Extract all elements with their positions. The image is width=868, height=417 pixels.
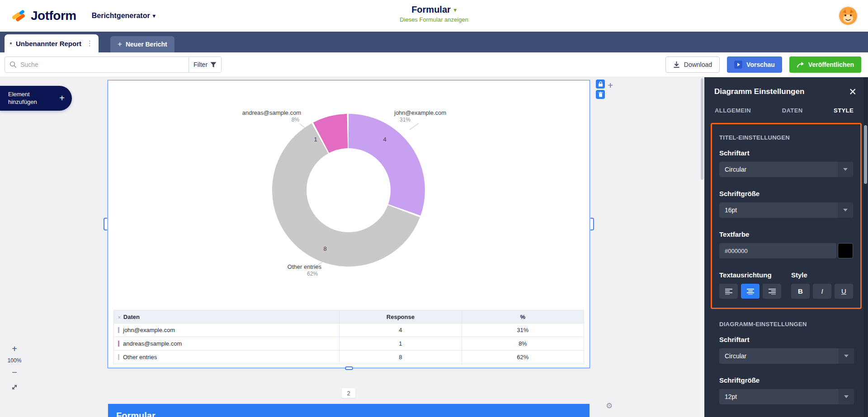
report-page[interactable]: andreas@sample.com 8% john@example.com 3… — [108, 80, 590, 368]
section-title-settings: TITEL-EINSTELLUNGEN — [719, 134, 853, 141]
share-arrow-icon — [797, 61, 804, 68]
trash-icon — [598, 92, 603, 97]
table-row[interactable]: Other entries 8 62% — [114, 351, 584, 364]
slice-label: Other entries 62% — [254, 263, 321, 277]
align-left-button[interactable] — [719, 284, 738, 299]
filter-button[interactable]: Filter — [189, 57, 221, 72]
toolbar: Filter Download Vorschau — [0, 52, 868, 77]
zoom-out-button[interactable]: − — [9, 366, 20, 378]
product-switcher[interactable]: Berichtgenerator ▾ — [92, 12, 156, 20]
publish-button[interactable]: Veröffentlichen — [789, 56, 861, 73]
align-right-button[interactable] — [763, 284, 781, 299]
panel-title: Diagramm Einstellungen — [714, 87, 804, 96]
style-label: Style — [791, 271, 853, 279]
title-size-value: 16pt — [719, 202, 838, 218]
donut-svg — [272, 113, 425, 267]
chevron-down-icon: ▾ — [153, 13, 156, 19]
chevron-down-icon — [839, 389, 854, 404]
bold-button[interactable]: B — [791, 284, 810, 299]
header-response[interactable]: Response — [340, 310, 462, 323]
slice-percent: 31% — [394, 117, 471, 123]
brand-name: Jotform — [31, 9, 76, 23]
chart-size-value: 12pt — [719, 389, 839, 404]
resize-handle-bottom[interactable] — [345, 366, 353, 370]
row-percent: 62% — [462, 351, 584, 364]
report-tab[interactable]: Unbenannter Report ⋮ — [5, 34, 99, 52]
chart-size-dropdown[interactable]: 12pt — [719, 389, 854, 404]
chevron-down-icon — [838, 162, 853, 177]
font-label: Schriftart — [719, 336, 854, 343]
new-report-button[interactable]: + Neuer Bericht — [110, 36, 175, 52]
tab-menu-icon[interactable]: ⋮ — [85, 39, 94, 47]
donut-chart[interactable]: andreas@sample.com 8% john@example.com 3… — [108, 80, 590, 310]
text-color-input[interactable] — [719, 243, 836, 258]
table-row[interactable]: john@example.com 4 31% — [114, 323, 584, 337]
color-swatch[interactable] — [838, 243, 853, 258]
row-label: john@example.com — [123, 327, 175, 333]
scrollbar-thumb[interactable] — [701, 78, 703, 180]
slice-percent: 8% — [233, 117, 301, 123]
row-response: 8 — [340, 351, 462, 364]
lock-icon — [598, 81, 603, 87]
zoom-level: 100% — [8, 357, 22, 364]
search-input[interactable] — [20, 61, 184, 68]
download-button[interactable]: Download — [665, 56, 720, 73]
title-font-dropdown[interactable]: Circular — [719, 162, 853, 177]
resize-handle-left[interactable] — [104, 218, 107, 230]
canvas-scrollbar[interactable] — [700, 77, 704, 417]
slice-name: Other entries — [254, 263, 321, 270]
resize-handle-right[interactable] — [590, 218, 594, 230]
view-form-link[interactable]: Dieses Formular anzeigen — [400, 16, 468, 23]
gear-icon[interactable]: ⚙ — [606, 401, 613, 411]
download-icon — [673, 61, 680, 68]
section-chart-settings: DIAGRAMM-EINSTELLUNGEN — [719, 321, 854, 328]
italic-button[interactable]: I — [813, 284, 831, 299]
delete-button[interactable] — [596, 90, 605, 99]
panel-scrollbar[interactable] — [863, 77, 868, 417]
report-canvas[interactable]: Element hinzufügen + andreas@sample.c — [0, 77, 704, 417]
chevron-down-icon — [838, 202, 853, 218]
add-page-button[interactable]: + — [608, 80, 613, 91]
table-row[interactable]: andreas@sample.com 1 8% — [114, 337, 584, 351]
tab-style[interactable]: STYLE — [834, 107, 854, 114]
slice-value: 4 — [380, 136, 390, 143]
plus-icon: + — [118, 40, 122, 49]
header-daten[interactable]: ×Daten — [114, 310, 340, 323]
tab-daten[interactable]: DATEN — [782, 107, 803, 114]
add-element-label: Element hinzufügen — [8, 91, 45, 106]
chevron-down-icon — [839, 348, 854, 364]
align-center-button[interactable] — [741, 284, 760, 299]
app-window: Jotform Berichtgenerator ▾ Formular ▾ Di… — [0, 0, 868, 417]
next-report-page[interactable]: Formular — [108, 404, 590, 417]
zoom-controls: + 100% − — [6, 343, 23, 393]
toolbar-actions: Download Vorschau Veröffentlichen — [665, 56, 861, 73]
form-title-dropdown[interactable]: Formular ▾ — [411, 5, 457, 15]
row-percent: 8% — [462, 337, 584, 351]
underline-button[interactable]: U — [835, 284, 853, 299]
chart-data-table[interactable]: ×Daten Response % john@example.com 4 31% — [113, 310, 584, 364]
row-percent: 31% — [462, 323, 584, 337]
header-percent[interactable]: % — [462, 310, 584, 323]
download-label: Download — [684, 61, 712, 68]
title-size-dropdown[interactable]: 16pt — [719, 202, 853, 218]
scrollbar-thumb[interactable] — [864, 125, 867, 184]
add-element-button[interactable]: Element hinzufügen + — [0, 86, 72, 111]
jotform-logo[interactable]: Jotform — [10, 8, 76, 24]
close-icon[interactable]: × — [849, 87, 856, 96]
zoom-in-button[interactable]: + — [9, 343, 20, 355]
play-icon — [734, 61, 742, 69]
report-tabbar: Unbenannter Report ⋮ + Neuer Bericht — [0, 32, 868, 52]
preview-button[interactable]: Vorschau — [727, 56, 782, 73]
row-response: 1 — [340, 337, 462, 351]
align-label: Textausrichtung — [719, 271, 791, 279]
fullscreen-icon[interactable] — [11, 384, 18, 393]
form-section-header: Formular — [108, 404, 590, 417]
slice-value: 1 — [311, 136, 321, 143]
filter-label: Filter — [193, 61, 208, 68]
chart-font-dropdown[interactable]: Circular — [719, 348, 854, 364]
tab-allgemein[interactable]: ALLGEMEIN — [715, 107, 751, 114]
page-tools — [596, 80, 605, 99]
lock-button[interactable] — [596, 80, 605, 89]
avatar[interactable] — [838, 6, 858, 26]
row-label: Other entries — [123, 354, 157, 361]
